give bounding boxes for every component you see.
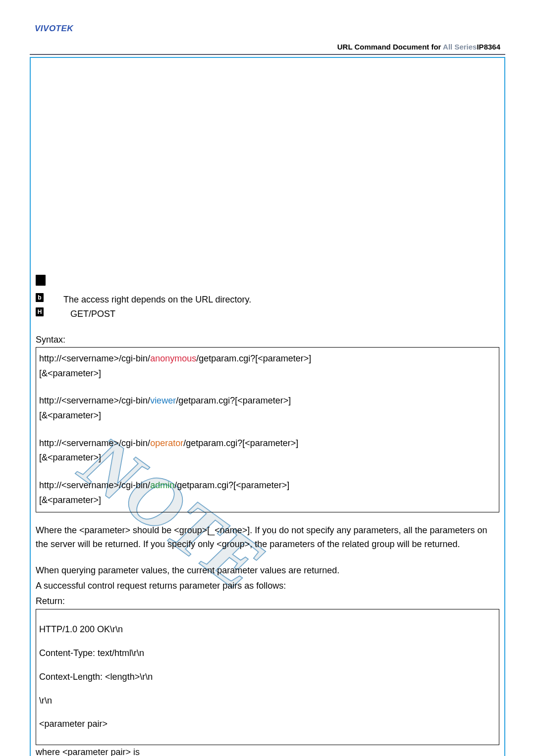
syntax-2c: [&<parameter>] [39,408,496,423]
syntax-4b: /getparam.cgi?[<parameter>] [174,480,289,490]
doc-header-model: IP8364 [477,43,500,51]
syntax-2a: http://<servername>/cgi-bin/ [39,396,150,405]
return-line-3: Context-Length: <length>\r\n [39,670,496,685]
security-bullet-icon: b [36,293,44,302]
paragraph-3: A successful control request returns par… [36,579,499,593]
content-frame: NOTE NOTE b The access right depends on … [30,57,505,756]
decorative-block-icon [36,275,46,286]
return-line-4: \r\n [39,694,496,708]
after-return-1: where <parameter pair> is [36,745,499,756]
syntax-4a: http://<servername>/cgi-bin/ [39,480,150,490]
syntax-2b: /getparam.cgi?[<parameter>] [176,396,291,405]
brand-logo: VIVOTEK [35,24,73,34]
paragraph-2: When querying parameter values, the curr… [36,563,499,578]
syntax-role-admin: admin [150,480,174,490]
syntax-3c: [&<parameter>] [39,451,496,465]
method-text: GET/POST [70,307,115,321]
brand-bar: VIVOTEK [30,20,505,39]
syntax-role-viewer: viewer [150,396,176,405]
syntax-role-anonymous: anonymous [150,353,196,363]
syntax-3a: http://<servername>/cgi-bin/ [39,438,150,448]
after-return-block: where <parameter pair> is <parameter>=<v… [36,745,499,756]
syntax-label: Syntax: [36,335,499,345]
doc-header-prefix: URL Command Document for [337,43,441,51]
return-line-2: Content-Type: text/html\r\n [39,646,496,661]
return-box: HTTP/1.0 200 OK\r\n Content-Type: text/h… [36,609,499,745]
syntax-1c: [&<parameter>] [39,366,496,381]
syntax-3b: /getparam.cgi?[<parameter>] [183,438,298,448]
syntax-1b: /getparam.cgi?[<parameter>] [196,353,311,363]
security-row: b The access right depends on the URL di… [36,293,499,306]
return-line-5: <parameter pair> [39,717,496,732]
doc-header-series: All Series [443,43,477,51]
method-bullet-icon: H [36,307,44,316]
syntax-box: http://<servername>/cgi-bin/anonymous/ge… [36,347,499,512]
paragraph-1: Where the <parameter> should be <group>[… [36,523,499,552]
syntax-1a: http://<servername>/cgi-bin/ [39,353,150,363]
document-header: URL Command Document for All SeriesIP836… [30,41,505,55]
return-label: Return: [36,594,499,608]
document-page: VIVOTEK URL Command Document for All Ser… [0,0,535,756]
security-text: The access right depends on the URL dire… [63,293,251,306]
syntax-role-operator: operator [150,438,183,448]
syntax-4c: [&<parameter>] [39,493,496,508]
method-row: H GET/POST [36,307,499,321]
description-block: Where the <parameter> should be <group>[… [36,523,499,608]
return-line-1: HTTP/1.0 200 OK\r\n [39,622,496,637]
